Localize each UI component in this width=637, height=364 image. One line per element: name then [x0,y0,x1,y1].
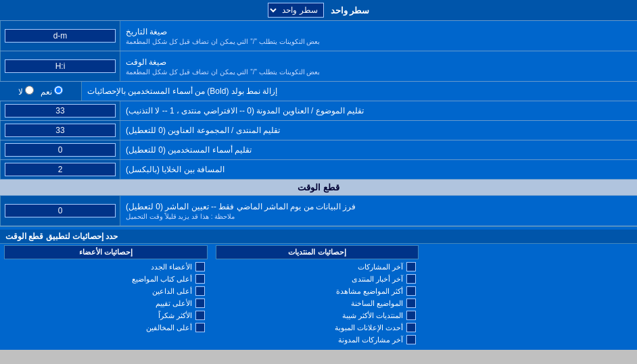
checkbox-2[interactable] [406,286,416,296]
usernames-trim-label: تقليم أسماء المستخدمين (0 للتعطيل) [126,145,252,155]
cutoff-input-cell [0,196,120,226]
bold-remove-label-cell: إزالة نمط بولد (Bold) من أسماء المستخدمي… [81,82,637,101]
cutoff-label: فرز البيانات من يوم الماشر الماضي فقط --… [126,202,356,211]
cutoff-input[interactable] [5,204,116,217]
stats-right-area [423,244,637,347]
stats-col2-item-2: أعلى الداعين [4,285,208,297]
stats-col1-label-6: آخر مشاركات المدونة [338,336,403,344]
stats-section: حدد إحصائيات لتطبيق قطع الوقت إحصائيات ا… [0,226,637,350]
stats-col1-item-4: المنتديات الأكثر شيبة [216,309,419,321]
topic-headings-label: تقليم الموضوع / العناوين المدونة (0 -- ا… [126,106,364,115]
usernames-trim-row: تقليم أسماء المستخدمين (0 للتعطيل) [0,140,637,160]
stats-col2-label-0: الأعضاء الجدد [151,263,192,271]
checkbox-1[interactable] [406,274,416,284]
stats-col2-item-0: الأعضاء الجدد [4,261,208,273]
stats-col1-item-2: أكثر المواضيع مشاهدة [216,285,419,297]
stats-header-row: حدد إحصائيات لتطبيق قطع الوقت [0,230,637,244]
usernames-trim-input-cell [0,140,120,159]
date-format-sublabel: بعض التكوينات يتطلب "/" التي يمكن ان تضا… [126,38,320,45]
cutoff-sublabel: ملاحظة : هذا قد يزيد قليلاً وقت التحميل [126,213,235,220]
stats-col1-header: إحصائيات المنتديات [216,245,419,259]
stats-col2-label-1: أعلى كتاب المواضيع [132,275,192,284]
stats-col2-label-4: الأكثر شكراً [158,311,192,320]
top-row: سطر واحد سطر واحد سطران ثلاثة أسطر [0,0,637,21]
forum-headings-input-cell [0,121,120,140]
cutoff-section-header: قطع الوقت [0,180,637,196]
top-row-label: سطر واحد [331,5,370,16]
stats-col2-label-3: الأعلى تقييم [156,299,192,308]
cell-spacing-input[interactable] [5,163,116,176]
bold-remove-label: إزالة نمط بولد (Bold) من أسماء المستخدمي… [87,86,277,96]
radio-no-label[interactable]: لا [18,86,34,97]
stats-col1-item-0: آخر المشاركات [216,261,419,273]
stats-columns: إحصائيات المنتديات آخر المشاركات آخر أخب… [0,244,637,347]
checkbox-m0[interactable] [195,262,205,271]
stats-col1-label-5: أحدث الإعلانات المبوبة [335,323,403,332]
topic-headings-label-cell: تقليم الموضوع / العناوين المدونة (0 -- ا… [120,101,637,120]
stats-col1: إحصائيات المنتديات آخر المشاركات آخر أخب… [212,244,423,347]
date-format-input-cell [0,21,120,51]
forum-headings-input[interactable] [5,124,116,137]
line-select[interactable]: سطر واحد سطران ثلاثة أسطر [268,3,324,18]
time-format-input-cell [0,51,120,81]
radio-yes-label[interactable]: نعم [41,86,63,97]
checkbox-m1[interactable] [195,274,205,284]
topic-headings-row: تقليم الموضوع / العناوين المدونة (0 -- ا… [0,101,637,121]
cutoff-header-label: قطع الوقت [298,182,339,192]
stats-header-label: حدد إحصائيات لتطبيق قطع الوقت [5,232,118,241]
date-format-label-cell: صيغة التاريخ بعض التكوينات يتطلب "/" الت… [120,21,637,51]
checkbox-0[interactable] [406,262,416,271]
stats-col2-item-1: أعلى كتاب المواضيع [4,273,208,285]
checkbox-3[interactable] [406,298,416,308]
topic-headings-input[interactable] [5,104,116,118]
cutoff-label-cell: فرز البيانات من يوم الماشر الماضي فقط --… [120,196,637,226]
stats-col1-item-3: المواضيع الساخنة [216,297,419,309]
bold-remove-row: إزالة نمط بولد (Bold) من أسماء المستخدمي… [0,82,637,101]
checkbox-5[interactable] [406,323,416,332]
stats-col2-label-2: أعلى الداعين [152,287,192,296]
stats-col2-item-3: الأعلى تقييم [4,297,208,309]
cell-spacing-input-cell [0,160,120,179]
time-format-row: صيغة الوقت بعض التكوينات يتطلب "/" التي … [0,51,637,82]
stats-col1-item-1: آخر أخبار المنتدى [216,273,419,285]
stats-col2-item-5: أعلى المخالفين [4,321,208,334]
time-format-label: صيغة الوقت [126,57,166,67]
stats-col1-label-4: المنتديات الأكثر شيبة [342,311,403,320]
stats-col2-label-5: أعلى المخالفين [146,323,192,332]
bold-remove-radio-cell: نعم لا [0,82,81,101]
usernames-trim-input[interactable] [5,143,116,157]
stats-col1-item-6: آخر مشاركات المدونة [216,334,419,346]
stats-col2-item-4: الأكثر شكراً [4,309,208,321]
date-format-label: صيغة التاريخ [126,27,167,36]
checkbox-m4[interactable] [195,311,205,320]
usernames-trim-label-cell: تقليم أسماء المستخدمين (0 للتعطيل) [120,140,637,159]
radio-yes[interactable] [54,86,63,95]
cutoff-row: فرز البيانات من يوم الماشر الماضي فقط --… [0,196,637,226]
stats-col1-label-1: آخر أخبار المنتدى [352,275,403,284]
stats-col1-label-0: آخر المشاركات [358,263,403,271]
date-format-row: صيغة التاريخ بعض التكوينات يتطلب "/" الت… [0,21,637,51]
time-format-input[interactable] [5,59,116,73]
stats-col1-item-5: أحدث الإعلانات المبوبة [216,321,419,334]
stats-col1-label-2: أكثر المواضيع مشاهدة [336,287,403,296]
radio-no[interactable] [25,86,34,95]
date-format-input[interactable] [5,29,116,43]
checkbox-m5[interactable] [195,323,205,332]
forum-headings-row: تقليم المنتدى / المجموعة العناوين (0 للت… [0,121,637,140]
time-format-sublabel: بعض التكوينات يتطلب "/" التي يمكن ان تضا… [126,68,320,76]
stats-col2: إحصائيات الأعضاء الأعضاء الجدد أعلى كتاب… [0,244,212,347]
topic-headings-input-cell [0,101,120,120]
stats-col1-label-3: المواضيع الساخنة [351,299,403,308]
checkbox-6[interactable] [406,335,416,344]
time-format-label-cell: صيغة الوقت بعض التكوينات يتطلب "/" التي … [120,51,637,81]
cell-spacing-label: المسافة بين الخلايا (بالبكسل) [126,165,225,174]
checkbox-m2[interactable] [195,286,205,296]
cell-spacing-label-cell: المسافة بين الخلايا (بالبكسل) [120,160,637,179]
stats-col2-header: إحصائيات الأعضاء [4,245,208,259]
checkbox-m3[interactable] [195,298,205,308]
checkbox-4[interactable] [406,311,416,320]
forum-headings-label-cell: تقليم المنتدى / المجموعة العناوين (0 للت… [120,121,637,140]
forum-headings-label: تقليم المنتدى / المجموعة العناوين (0 للت… [126,126,280,135]
cell-spacing-row: المسافة بين الخلايا (بالبكسل) [0,160,637,180]
